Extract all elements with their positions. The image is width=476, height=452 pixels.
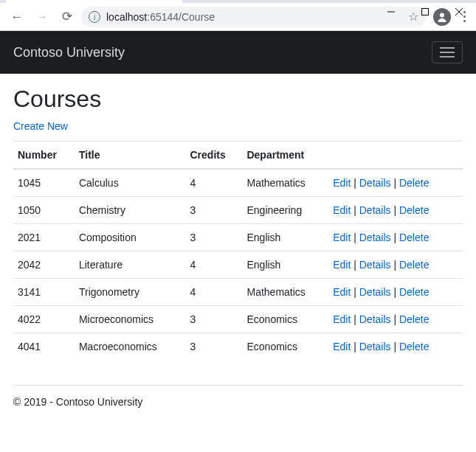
navbar-toggle-button[interactable] xyxy=(432,41,463,63)
url-text: localhost:65144/Course xyxy=(106,11,402,23)
details-link[interactable]: Details xyxy=(359,286,391,298)
table-row: 1045Calculus4MathematicsEdit | Details |… xyxy=(13,169,463,197)
table-row: 2021Composition3EnglishEdit | Details | … xyxy=(13,224,463,251)
table-header-row: Number Title Credits Department xyxy=(13,142,463,170)
cell-actions: Edit | Details | Delete xyxy=(328,197,463,224)
col-number: Number xyxy=(13,142,75,170)
site-navbar: Contoso University xyxy=(0,31,476,74)
cell-actions: Edit | Details | Delete xyxy=(328,306,463,333)
details-link[interactable]: Details xyxy=(359,341,391,352)
delete-link[interactable]: Delete xyxy=(399,286,429,298)
details-link[interactable]: Details xyxy=(359,232,391,243)
cell-title: Literature xyxy=(75,251,186,279)
cell-number: 4041 xyxy=(13,333,75,361)
delete-link[interactable]: Delete xyxy=(399,341,429,352)
new-tab-button[interactable]: + xyxy=(185,0,206,3)
cell-actions: Edit | Details | Delete xyxy=(328,224,463,251)
edit-link[interactable]: Edit xyxy=(333,177,351,189)
cell-actions: Edit | Details | Delete xyxy=(328,333,463,361)
delete-link[interactable]: Delete xyxy=(399,204,429,216)
table-row: 1050Chemistry3EngineeringEdit | Details … xyxy=(13,197,463,224)
col-department: Department xyxy=(242,142,328,170)
cell-number: 3141 xyxy=(13,279,75,306)
cell-number: 1045 xyxy=(13,169,75,197)
details-link[interactable]: Details xyxy=(359,259,391,271)
window-controls xyxy=(374,0,476,24)
col-credits: Credits xyxy=(186,142,243,170)
delete-link[interactable]: Delete xyxy=(399,313,429,325)
cell-credits: 4 xyxy=(186,169,243,197)
details-link[interactable]: Details xyxy=(359,204,391,216)
edit-link[interactable]: Edit xyxy=(333,341,351,352)
site-info-icon[interactable]: i xyxy=(89,11,100,23)
courses-table: Number Title Credits Department 1045Calc… xyxy=(13,141,463,360)
table-row: 3141Trigonometry4MathematicsEdit | Detai… xyxy=(13,279,463,306)
cell-department: Engineering xyxy=(242,197,328,224)
cell-credits: 3 xyxy=(186,224,243,251)
cell-number: 4022 xyxy=(13,306,75,333)
url-path: :65144/Course xyxy=(147,11,215,23)
create-new-link[interactable]: Create New xyxy=(13,120,68,132)
cell-credits: 3 xyxy=(186,333,243,361)
close-window-button[interactable] xyxy=(442,0,476,24)
table-row: 4022Microeconomics3EconomicsEdit | Detai… xyxy=(13,306,463,333)
browser-chrome: Courses - Contoso University × + ← → ⟳ i… xyxy=(0,0,476,31)
cell-credits: 4 xyxy=(186,251,243,279)
edit-link[interactable]: Edit xyxy=(333,313,351,325)
minimize-button[interactable] xyxy=(374,0,408,24)
cell-title: Composition xyxy=(75,224,186,251)
cell-credits: 3 xyxy=(186,306,243,333)
cell-actions: Edit | Details | Delete xyxy=(328,169,463,197)
cell-department: English xyxy=(242,251,328,279)
table-row: 2042Literature4EnglishEdit | Details | D… xyxy=(13,251,463,279)
cell-actions: Edit | Details | Delete xyxy=(328,251,463,279)
delete-link[interactable]: Delete xyxy=(399,259,429,271)
cell-department: Economics xyxy=(242,306,328,333)
cell-number: 2021 xyxy=(13,224,75,251)
edit-link[interactable]: Edit xyxy=(333,204,351,216)
navbar-brand[interactable]: Contoso University xyxy=(13,45,125,60)
svg-rect-1 xyxy=(422,9,429,15)
delete-link[interactable]: Delete xyxy=(399,232,429,243)
edit-link[interactable]: Edit xyxy=(333,259,351,271)
edit-link[interactable]: Edit xyxy=(333,286,351,298)
cell-department: Mathematics xyxy=(242,169,328,197)
forward-button[interactable]: → xyxy=(31,6,53,28)
cell-department: Mathematics xyxy=(242,279,328,306)
cell-department: Economics xyxy=(242,333,328,361)
page-content: Courses Create New Number Title Credits … xyxy=(0,74,476,372)
cell-number: 2042 xyxy=(13,251,75,279)
details-link[interactable]: Details xyxy=(359,177,391,189)
details-link[interactable]: Details xyxy=(359,313,391,325)
table-row: 4041Macroeconomics3EconomicsEdit | Detai… xyxy=(13,333,463,361)
cell-title: Chemistry xyxy=(75,197,186,224)
cell-credits: 4 xyxy=(186,279,243,306)
cell-credits: 3 xyxy=(186,197,243,224)
maximize-button[interactable] xyxy=(408,0,442,24)
cell-number: 1050 xyxy=(13,197,75,224)
edit-link[interactable]: Edit xyxy=(333,232,351,243)
col-actions xyxy=(328,142,463,170)
reload-button[interactable]: ⟳ xyxy=(56,6,78,28)
cell-title: Calculus xyxy=(75,169,186,197)
back-button[interactable]: ← xyxy=(6,6,28,28)
cell-actions: Edit | Details | Delete xyxy=(328,279,463,306)
page-footer: © 2019 - Contoso University xyxy=(13,385,463,418)
cell-title: Microeconomics xyxy=(75,306,186,333)
delete-link[interactable]: Delete xyxy=(399,177,429,189)
col-title: Title xyxy=(75,142,186,170)
url-host: localhost xyxy=(106,11,147,23)
browser-tab[interactable]: Courses - Contoso University × xyxy=(6,0,182,3)
cell-title: Trigonometry xyxy=(75,279,186,306)
page-title: Courses xyxy=(13,86,463,113)
cell-department: English xyxy=(242,224,328,251)
cell-title: Macroeconomics xyxy=(75,333,186,361)
